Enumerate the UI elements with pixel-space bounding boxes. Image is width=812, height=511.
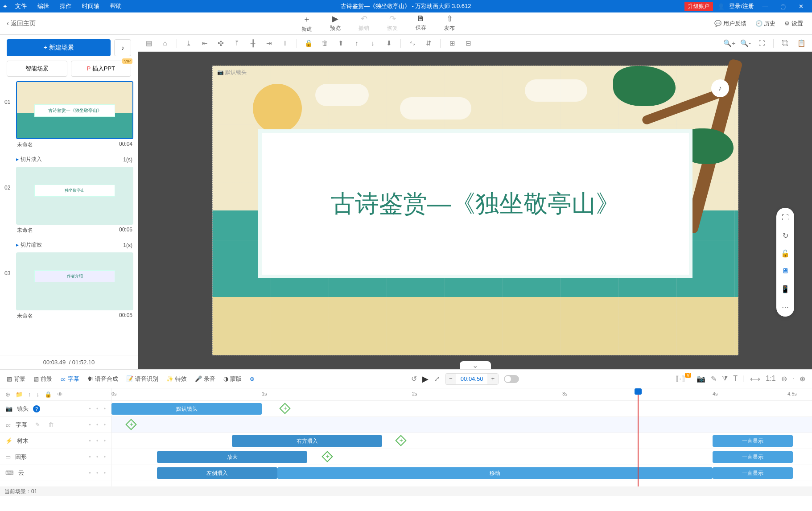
track-subtitle[interactable]: ㏄字幕✎🗑••• [0, 417, 111, 433]
rewind-button[interactable]: ↺ [411, 375, 417, 383]
scene-thumbnail[interactable]: 古诗鉴赏—《独坐敬亭山》 [16, 81, 133, 139]
new-button[interactable]: ＋新建 [301, 14, 312, 33]
menu-timeline[interactable]: 时间轴 [77, 2, 105, 10]
transition-row[interactable]: ▸切片缩放1(s) [4, 240, 133, 252]
lock-icon[interactable]: 🔒 [302, 37, 315, 49]
add-keyframe-icon[interactable] [279, 403, 290, 414]
track-cloud[interactable]: ⌨云••• [0, 465, 111, 481]
fullscreen-icon[interactable]: ⛶ [780, 212, 791, 223]
track-row[interactable]: 右方滑入 一直显示 [111, 433, 812, 449]
help-icon[interactable]: ? [33, 405, 40, 412]
edit-icon[interactable]: ✎ [711, 375, 717, 383]
layers-icon[interactable]: ▤ [143, 37, 155, 49]
align-hcenter-icon[interactable]: ╫ [247, 37, 259, 49]
add-keyframe-icon[interactable] [395, 435, 406, 446]
tab-asr[interactable]: 📝 语音识别 [126, 375, 158, 383]
down-icon[interactable]: ↓ [37, 391, 40, 398]
ratio-icon[interactable]: 1:1 [766, 375, 775, 383]
clip-cloud-in[interactable]: 左侧滑入 [157, 467, 277, 479]
track-circle[interactable]: ▭圆形••• [0, 449, 111, 465]
folder-icon[interactable]: 📁 [16, 391, 23, 398]
align-vcenter-icon[interactable]: ⧾ [214, 37, 227, 49]
music-fab-icon[interactable]: ♪ [711, 79, 729, 97]
more-icon[interactable]: ⋯ [780, 301, 791, 312]
camera-icon[interactable]: 📷 [697, 375, 705, 383]
flip-v-icon[interactable]: ⇵ [422, 37, 435, 49]
clip-circle-in[interactable]: 放大 [157, 451, 307, 463]
track-camera[interactable]: 📷镜头?••• [0, 401, 111, 417]
align-bottom-icon[interactable]: ⤓ [182, 37, 195, 49]
tab-fx[interactable]: ✨ 特效 [166, 375, 187, 383]
filter-icon[interactable]: ⧩ [722, 375, 728, 383]
up-icon[interactable]: ↑ [28, 391, 31, 398]
add-keyframe-icon[interactable] [125, 419, 136, 430]
tab-mask[interactable]: ◑ 蒙版 [223, 375, 242, 383]
scene-item[interactable]: 02 独坐敬亭山 未命名00:06 [4, 167, 133, 236]
flip-h-icon[interactable]: ⇋ [406, 37, 419, 49]
expand-button[interactable]: ⤢ [434, 375, 440, 383]
canvas[interactable]: 📷 默认镜头 古诗鉴赏—《独坐敬亭山》 ♪ ⛶ [138, 52, 812, 369]
import-ppt-button[interactable]: P 插入PPTVIP [71, 61, 132, 77]
zoom-out-tl-icon[interactable]: ⊖ [781, 375, 787, 383]
timeline-ruler[interactable]: 0s 1s 2s 3s 4s 4.5s [111, 388, 812, 401]
ungroup-icon[interactable]: ⊟ [462, 37, 474, 49]
zoom-in-tl-icon[interactable]: ⊕ [800, 375, 805, 383]
login-link[interactable]: 登录/注册 [729, 2, 754, 10]
publish-button[interactable]: ⇧发布 [444, 14, 455, 33]
close-button[interactable]: ✕ [794, 3, 808, 10]
scene-item[interactable]: 01 古诗鉴赏—《独坐敬亭山》 未命名00:04 [4, 81, 133, 150]
delete-icon[interactable]: 🗑 [318, 37, 331, 49]
paste-icon[interactable]: 📋 [795, 37, 808, 49]
delete-icon[interactable]: 🗑 [48, 421, 54, 428]
upgrade-button[interactable]: 升级账户 [684, 2, 713, 11]
snap-icon[interactable]: ⟷ [750, 375, 760, 383]
bring-forward-icon[interactable]: ↑ [350, 37, 363, 49]
menu-file[interactable]: 文件 [10, 2, 32, 10]
unlock-icon[interactable]: 🔓 [780, 248, 791, 259]
collapse-button[interactable]: ⌄ [460, 361, 491, 369]
distribute-h-icon[interactable]: ⫴ [279, 37, 291, 49]
rotate-icon[interactable]: ↻ [780, 230, 791, 241]
redo-button[interactable]: ↷恢复 [387, 14, 398, 33]
tab-more[interactable]: ⊕ [250, 375, 255, 382]
clip-circle-keep[interactable]: 一直显示 [713, 451, 793, 463]
time-minus-button[interactable]: − [445, 374, 456, 384]
fit-icon[interactable]: ⛶ [755, 37, 768, 49]
scene-item[interactable]: 03 作者介绍 未命名00:05 [4, 252, 133, 321]
tab-tts[interactable]: 🗣 语音合成 [87, 375, 118, 383]
align-top-icon[interactable]: ⤒ [231, 37, 243, 49]
playhead[interactable] [638, 388, 639, 486]
tab-background[interactable]: ▨ 背景 [7, 375, 25, 383]
music-button[interactable]: ♪ [114, 39, 131, 56]
text-icon[interactable]: T [733, 375, 738, 383]
scene-thumbnail[interactable]: 独坐敬亭山 [16, 167, 133, 225]
menu-action[interactable]: 操作 [54, 2, 77, 10]
undo-button[interactable]: ↶撤销 [359, 14, 369, 33]
align-left-icon[interactable]: ⇤ [198, 37, 211, 49]
time-plus-button[interactable]: + [487, 374, 498, 384]
home-icon[interactable]: ⌂ [159, 37, 171, 49]
minimize-button[interactable]: — [758, 3, 772, 10]
new-scene-button[interactable]: + 新建场景 [7, 39, 111, 56]
timeline-tracks[interactable]: 0s 1s 2s 3s 4s 4.5s 默认镜头 右方滑入 一直显示 [111, 388, 812, 486]
add-track-icon[interactable]: ⊕ [5, 391, 10, 398]
zoom-out-icon[interactable]: 🔍- [739, 37, 752, 49]
marker-icon[interactable]: ⟦·⟧V [676, 375, 691, 383]
track-row[interactable] [111, 417, 812, 433]
scene-thumbnail[interactable]: 作者介绍 [16, 252, 133, 310]
menu-edit[interactable]: 编辑 [32, 2, 54, 10]
send-backward-icon[interactable]: ↓ [367, 37, 379, 49]
track-row[interactable]: 放大 一直显示 [111, 449, 812, 465]
lock-track-icon[interactable]: 🔒 [45, 391, 52, 398]
clip-camera[interactable]: 默认镜头 [111, 403, 262, 415]
track-row[interactable]: 左侧滑入 移动 一直显示 [111, 465, 812, 481]
align-right-icon[interactable]: ⇥ [263, 37, 275, 49]
clip-cloud-move[interactable]: 移动 [277, 467, 713, 479]
history-link[interactable]: 🕘 历史 [755, 20, 776, 28]
feedback-link[interactable]: 💬 用户反馈 [714, 20, 746, 28]
menu-help[interactable]: 帮助 [105, 2, 127, 10]
add-keyframe-icon[interactable] [322, 451, 333, 462]
edit-icon[interactable]: ✎ [35, 421, 40, 428]
track-row[interactable]: 默认镜头 [111, 401, 812, 417]
copy-icon[interactable]: ⿻ [779, 37, 791, 49]
